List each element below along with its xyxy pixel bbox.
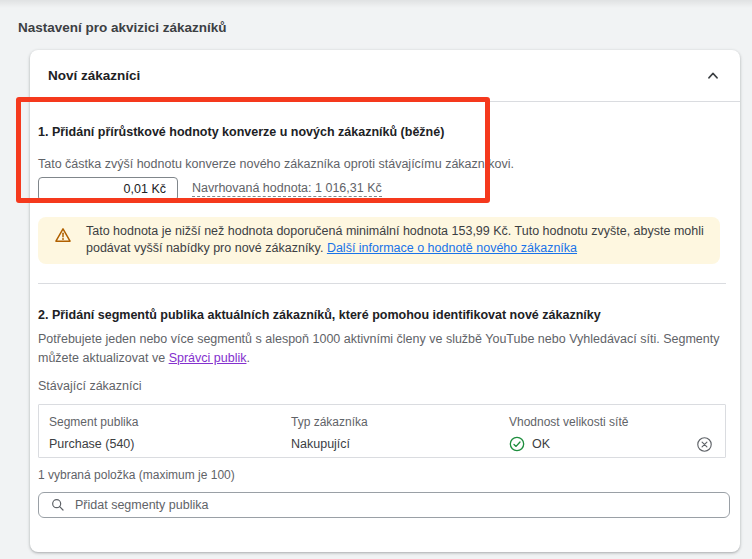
check-circle-icon <box>509 436 525 452</box>
conversion-value-row: Navrhovaná hodnota: 1 016,31 Kč <box>38 177 730 201</box>
remove-segment-button[interactable] <box>694 434 715 455</box>
suggested-value-text[interactable]: Navrhovaná hodnota: 1 016,31 Kč <box>192 181 382 197</box>
audience-segments-table: Segment publika Typ zákazníka Vhodnost v… <box>38 404 726 458</box>
section1-description: Tato částka zvýší hodnotu konverze novéh… <box>38 155 730 173</box>
segment-name-cell: Purchase (540) <box>39 437 291 451</box>
section1-title: 1. Přidání přírůstkové hodnoty konverze … <box>38 122 730 142</box>
section2-description-period: . <box>246 351 249 365</box>
chevron-up-icon <box>704 67 722 85</box>
warning-triangle-icon <box>54 226 72 244</box>
segment-search <box>38 492 730 518</box>
panel-header: Noví zákazníci <box>30 50 740 102</box>
selection-count-note: 1 vybraná položka (maximum je 100) <box>38 468 730 482</box>
conversion-value-input[interactable] <box>38 177 178 201</box>
search-icon <box>50 497 66 513</box>
section-divider <box>38 283 726 284</box>
section2-title: 2. Přidání segmentů publika aktuálních z… <box>38 306 730 324</box>
table-header-row: Segment publika Typ zákazníka Vhodnost v… <box>39 413 725 431</box>
column-header-segment: Segment publika <box>39 415 291 429</box>
audience-manager-link[interactable]: Správci publik <box>169 351 247 365</box>
page-title: Nastavení pro akvizici zákazníků <box>18 20 227 35</box>
network-size-cell: OK <box>509 436 683 452</box>
panel-title: Noví zákazníci <box>48 68 140 83</box>
column-header-customer-type: Typ zákazníka <box>291 415 509 429</box>
collapse-panel-button[interactable] <box>702 65 724 87</box>
existing-customers-label: Stávající zákazníci <box>38 378 730 394</box>
warning-message: Tato hodnota je nižší než hodnota doporu… <box>86 223 706 257</box>
section2-description-text: Potřebujete jeden nebo více segmentů s a… <box>38 332 719 365</box>
low-value-warning-banner: Tato hodnota je nižší než hodnota doporu… <box>38 217 720 264</box>
remove-circle-icon <box>696 436 713 453</box>
table-row: Purchase (540) Nakupující OK <box>39 431 725 457</box>
status-text: OK <box>532 437 550 451</box>
toolbar-shadow <box>0 0 752 8</box>
column-header-network-size: Vhodnost velikosti sítě <box>509 415 683 429</box>
new-customer-value-info-link[interactable]: Další informace o hodnotě nového zákazní… <box>327 241 577 255</box>
section2-description: Potřebujete jeden nebo více segmentů s a… <box>38 330 728 368</box>
customer-type-cell: Nakupující <box>291 437 509 451</box>
panel-body: 1. Přidání přírůstkové hodnoty konverze … <box>30 122 740 518</box>
add-audience-segments-input[interactable] <box>38 492 730 518</box>
new-customers-panel: Noví zákazníci 1. Přidání přírůstkové ho… <box>30 50 740 552</box>
